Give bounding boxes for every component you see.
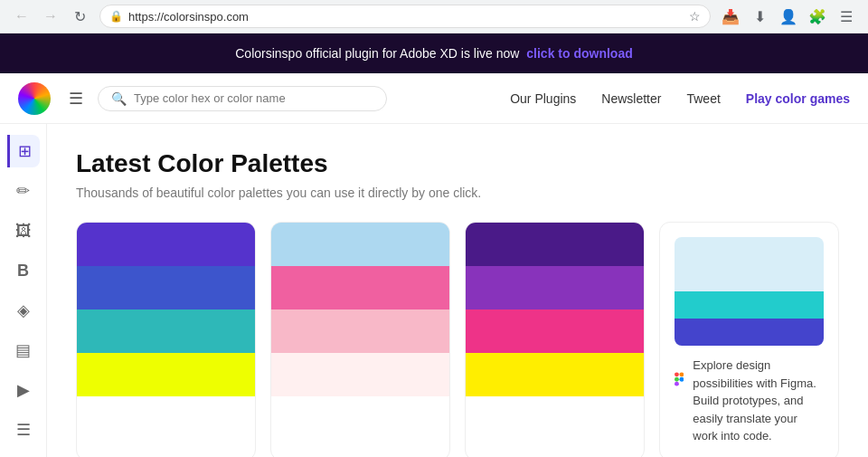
swatch-3-4 — [466, 353, 644, 396]
search-bar[interactable]: 🔍 — [98, 86, 387, 111]
refresh-button[interactable]: ↻ — [67, 4, 92, 29]
browser-chrome: ← → ↻ 🔒 https://colorsinspo.com ☆ 📥 ⬇ 👤 … — [0, 0, 868, 33]
sidebar-image-button[interactable]: 🖼 — [7, 214, 40, 247]
download-button[interactable]: ⬇ — [747, 4, 772, 29]
swatch-3-1 — [466, 223, 644, 266]
nav-our-plugins[interactable]: Our Plugins — [510, 91, 576, 106]
sidebar-play-button[interactable]: ▶ — [7, 374, 40, 406]
browser-menu-button[interactable]: ☰ — [834, 4, 859, 29]
left-sidebar: ⊞ ✏ 🖼 B ◈ ▤ ▶ ☰ — [0, 124, 47, 457]
palette-card-1[interactable] — [76, 222, 256, 457]
swatch-1-3 — [77, 309, 255, 353]
hamburger-button[interactable]: ☰ — [65, 85, 87, 112]
main-nav: Our Plugins Newsletter Tweet Play color … — [510, 91, 850, 106]
page-subtitle: Thousands of beautiful color palettes yo… — [76, 186, 839, 200]
forward-button[interactable]: → — [38, 4, 63, 29]
browser-actions: 📥 ⬇ 👤 🧩 ☰ — [718, 4, 859, 29]
address-bar[interactable]: 🔒 https://colorsinspo.com ☆ — [99, 5, 711, 28]
swatch-3-2 — [466, 266, 644, 309]
page-layout: ⊞ ✏ 🖼 B ◈ ▤ ▶ ☰ Latest Color Palettes Th… — [0, 124, 868, 457]
main-content: Latest Color Palettes Thousands of beaut… — [47, 124, 868, 457]
nav-newsletter[interactable]: Newsletter — [601, 91, 661, 106]
banner-link[interactable]: click to download — [526, 46, 632, 61]
swatch-2-3 — [271, 309, 449, 353]
sidebar-pen-button[interactable]: ✏ — [7, 175, 40, 207]
sidebar-layout-button[interactable]: ▤ — [7, 334, 40, 367]
search-icon: 🔍 — [111, 91, 127, 106]
page-title: Latest Color Palettes — [76, 149, 839, 178]
promo-banner: Colorsinspo official plugin for Adobe XD… — [0, 33, 868, 73]
site-logo[interactable] — [18, 82, 51, 115]
figma-description: Explore design possibilities with Figma.… — [693, 357, 824, 445]
palette-grid: Explore design possibilities with Figma.… — [76, 222, 839, 457]
url-text: https://colorsinspo.com — [128, 10, 684, 24]
site-header: ☰ 🔍 Our Plugins Newsletter Tweet Play co… — [0, 73, 868, 124]
nav-play-color-games[interactable]: Play color games — [746, 91, 850, 106]
svg-point-4 — [675, 382, 679, 386]
svg-rect-0 — [675, 372, 679, 376]
svg-rect-3 — [679, 377, 684, 382]
figma-card: Explore design possibilities with Figma.… — [659, 222, 839, 457]
nav-buttons: ← → ↻ — [9, 4, 92, 29]
sidebar-bold-button[interactable]: B — [7, 254, 40, 287]
svg-rect-1 — [679, 372, 684, 376]
sidebar-grid-button[interactable]: ⊞ — [7, 135, 40, 167]
nav-tweet[interactable]: Tweet — [686, 91, 720, 106]
pocket-button[interactable]: 📥 — [718, 4, 743, 29]
figma-info: Explore design possibilities with Figma.… — [675, 357, 824, 445]
banner-text: Colorsinspo official plugin for Adobe XD… — [235, 46, 519, 61]
swatch-1-2 — [77, 266, 255, 309]
palette-card-3[interactable] — [465, 222, 645, 457]
swatch-2-1 — [271, 223, 449, 266]
sidebar-fill-button[interactable]: ◈ — [7, 294, 40, 327]
bookmark-icon[interactable]: ☆ — [689, 9, 701, 24]
lock-icon: 🔒 — [109, 10, 123, 23]
palette-swatches-3 — [466, 223, 644, 396]
browser-toolbar: ← → ↻ 🔒 https://colorsinspo.com ☆ 📥 ⬇ 👤 … — [0, 0, 868, 33]
search-input[interactable] — [134, 91, 373, 105]
figma-logo-icon — [675, 357, 684, 402]
swatch-1-1 — [77, 223, 255, 266]
swatch-3-3 — [466, 309, 644, 353]
palette-swatches-1 — [77, 223, 255, 396]
swatch-1-4 — [77, 353, 255, 396]
extension-button[interactable]: 🧩 — [805, 4, 830, 29]
palette-swatches-2 — [271, 223, 449, 396]
swatch-2-2 — [271, 266, 449, 309]
sidebar-rows-button[interactable]: ☰ — [7, 414, 40, 446]
back-button[interactable]: ← — [9, 4, 34, 29]
swatch-2-4 — [271, 353, 449, 396]
svg-rect-2 — [675, 377, 679, 382]
palette-card-2[interactable] — [270, 222, 450, 457]
profile-button[interactable]: 👤 — [776, 4, 801, 29]
